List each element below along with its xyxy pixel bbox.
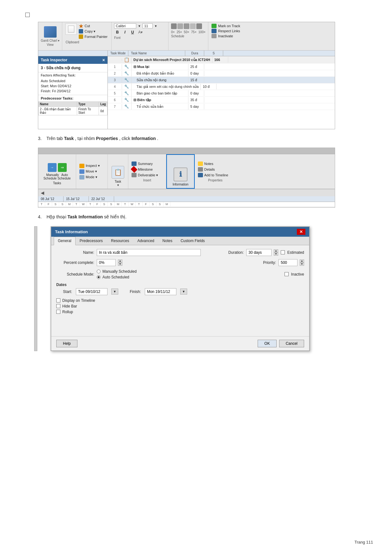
respect-links-button[interactable]: Respect Links [211,28,253,33]
hide-bar-checkbox[interactable] [56,304,60,308]
task-mode-header: Task Mode [108,51,128,56]
help-button[interactable]: Help [56,340,77,347]
ok-button[interactable]: OK [258,340,276,347]
move-button[interactable]: Move ▾ [79,169,104,174]
font-size-box[interactable]: 11 [143,23,153,28]
row-icon-2: 🔧 [122,70,132,76]
priority-down[interactable]: ▼ [300,263,304,266]
percent-up[interactable]: ▲ [118,259,122,263]
start-dropdown[interactable]: ▼ [111,289,118,295]
row-num-3: 3 [108,77,122,83]
font-color-picker[interactable]: A▾ [138,30,143,34]
manually-label: Manually Auto [46,173,68,177]
finish-input[interactable] [145,288,176,295]
milestone-button[interactable]: Milestone [132,167,163,172]
row-dur-7: 5 day [188,104,204,109]
step3-task: Task [64,136,74,141]
respect-links-label: Respect Links [218,29,240,33]
paste-icon[interactable] [65,23,77,35]
estimated-checkbox[interactable] [281,250,285,254]
auto-radio[interactable] [97,275,101,279]
italic-button[interactable]: I [122,29,128,35]
zoom-icon-3 [184,23,189,29]
priority-up[interactable]: ▲ [300,259,304,263]
step-3-text: 3. Trên tab Task , tại nhóm Properties ,… [38,135,367,142]
tab-predecessors[interactable]: Predecessors [76,237,107,245]
dialog-wrapper: Task Information ✕ General Predecessors … [38,226,367,351]
row-icon-1: 🔧 [122,64,132,70]
gantt-label: Gantt Chart ▾ [41,39,59,42]
cut-button[interactable]: Cut [78,23,108,28]
add-timeline-button[interactable]: Add to Timeline [198,172,233,178]
priority-input[interactable] [279,259,297,266]
auto-scheduled-row: Auto Scheduled [38,78,107,83]
arrow-row: ◀ [38,189,335,196]
display-timeline-checkbox[interactable] [56,298,60,302]
mark-on-track-button[interactable]: Mark on Track [211,23,253,28]
underline-button[interactable]: U [129,29,136,35]
add-timeline-icon [198,173,203,177]
auto-icon[interactable]: ⇒ [58,163,67,172]
deliverable-button[interactable]: Deliverable ▾ [132,172,163,178]
start-input[interactable] [76,288,107,295]
step4-dialog-name: Task Information [67,214,103,219]
date-cell-3: 22 Jul '12 [89,196,114,202]
summary-button[interactable]: Summary [132,161,163,167]
row-task-project: Dự án sách Microsoft Project 2010 của IC… [132,57,212,63]
zoom-icon-1 [171,23,177,29]
zoom-pct-3: 50× [184,30,189,34]
notes-button[interactable]: Notes [198,161,233,167]
percent-input[interactable] [97,259,116,266]
inspect-button[interactable]: Inspect ▾ [79,163,104,169]
inactive-checkbox[interactable] [285,272,289,276]
row-task-7: Tổ chức sửa bản [132,104,188,110]
tab-advanced[interactable]: Advanced [133,237,158,245]
cancel-button[interactable]: Cancel [279,340,304,347]
tab-custom-fields[interactable]: Custom Fields [176,237,209,245]
dialog-close-button[interactable]: ✕ [297,229,305,235]
row-num-4: 4 [108,84,122,89]
row-dur-3: 15 đ [188,77,204,83]
milestone-label: Milestone [138,167,153,171]
mode-button[interactable]: Mode ▾ [79,174,104,180]
tab-notes[interactable]: Notes [158,237,176,245]
name-input[interactable] [97,249,201,256]
bold-button[interactable]: B [114,29,120,35]
manually-radio[interactable] [97,270,101,273]
schedule-mode-label: Schedule Mode: [56,272,94,277]
top-checkbox [25,13,30,17]
percent-down[interactable]: ▼ [118,263,122,266]
task-big-icon[interactable]: 📋 [112,166,124,179]
duration-up[interactable]: ▲ [274,249,278,253]
tab-general[interactable]: General [54,237,76,245]
duration-input[interactable] [246,249,272,256]
zoom-group: 0× 25× 50× 75× 100× Schedule [168,22,208,50]
tab-resources[interactable]: Resources [107,237,133,245]
rollup-checkbox[interactable] [56,310,60,314]
details-button[interactable]: Details [198,167,233,172]
schedule-label: Schedule [171,34,205,38]
row-dur-project: 166 [212,57,228,63]
row-icon-7: 🔧 [122,103,132,110]
task-inspector-close[interactable]: × [102,58,105,63]
information-icon[interactable]: ℹ [174,167,187,181]
row-task-6: ⊟ Biên tập [132,97,188,103]
day-T1: T [38,202,45,206]
predecessor-table: Name Type Lag 2 - Đã nhận được bản thảo … [38,101,107,115]
manually-icon[interactable]: → [48,163,57,172]
percent-label: Percent complete: [56,260,94,265]
copy-button[interactable]: Copy ▾ [78,29,108,34]
summary-label: Summary [138,162,153,166]
clipboard-group: Cut Copy ▾ Format Painter Clipboard [62,22,112,50]
format-painter-button[interactable]: Format Painter [78,34,108,39]
back-arrow[interactable]: ◀ [41,190,44,195]
step3-end: , click [119,136,132,141]
content-area: Task Inspector × 3 - Sửa chữa nội dung F… [38,56,335,129]
duration-down[interactable]: ▼ [274,253,278,256]
font-size-arrow: ▾ [154,24,158,28]
font-section-label: Font [114,36,166,40]
hide-bar-row: Hide Bar [56,304,304,308]
finish-dropdown[interactable]: ▼ [180,289,187,295]
inactivate-button[interactable]: Inactivate [211,33,253,39]
font-name-box[interactable]: Calibri [114,23,136,28]
